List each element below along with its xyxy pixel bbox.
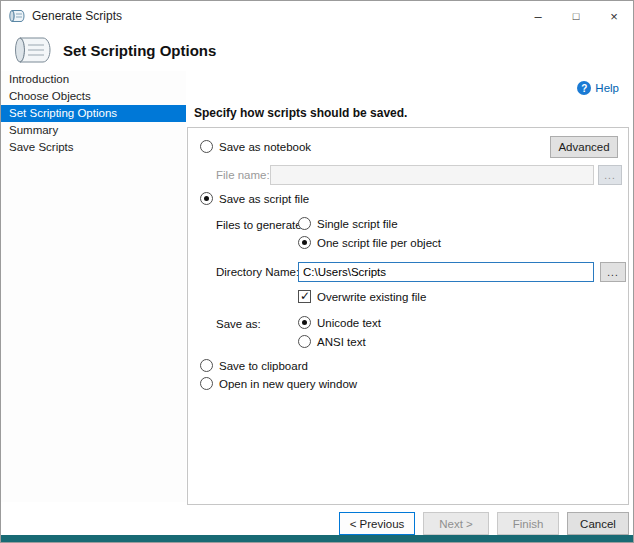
radio-save-as-notebook[interactable]: Save as notebook — [200, 140, 311, 153]
maximize-icon[interactable]: □ — [557, 1, 595, 31]
radio-icon — [298, 316, 311, 329]
sidebar-item-choose-objects[interactable]: Choose Objects — [1, 88, 186, 105]
minimize-icon[interactable]: – — [519, 1, 557, 31]
previous-button[interactable]: < Previous — [339, 512, 415, 535]
scroll-icon — [13, 34, 53, 66]
radio-save-as-script-file[interactable]: Save as script file — [200, 192, 309, 205]
file-name-browse-button[interactable]: ... — [598, 165, 622, 185]
advanced-button[interactable]: Advanced — [550, 136, 618, 158]
radio-save-to-clipboard[interactable]: Save to clipboard — [200, 359, 308, 372]
radio-icon — [200, 192, 213, 205]
instruction-text: Specify how scripts should be saved. — [194, 106, 407, 120]
radio-icon — [298, 335, 311, 348]
radio-icon — [200, 377, 213, 390]
checkbox-overwrite-existing-file[interactable]: Overwrite existing file — [298, 290, 426, 303]
radio-label: One script file per object — [317, 237, 441, 249]
page-title: Set Scripting Options — [63, 42, 216, 59]
wizard-header: Set Scripting Options — [1, 31, 633, 69]
radio-label: Single script file — [317, 218, 398, 230]
files-to-generate-label: Files to generate: — [216, 219, 305, 231]
sidebar-item-introduction[interactable]: Introduction — [1, 71, 186, 88]
directory-browse-button[interactable]: ... — [600, 262, 626, 282]
directory-name-label: Directory Name: — [216, 266, 299, 278]
cancel-button[interactable]: Cancel — [567, 512, 629, 535]
radio-label: Open in new query window — [219, 378, 357, 390]
sidebar-item-summary[interactable]: Summary — [1, 122, 186, 139]
radio-open-in-new-query-window[interactable]: Open in new query window — [200, 377, 357, 390]
bottom-status-strip — [1, 535, 633, 542]
radio-unicode-text[interactable]: Unicode text — [298, 316, 381, 329]
window-title: Generate Scripts — [32, 9, 122, 23]
help-link[interactable]: ? Help — [577, 81, 619, 95]
help-icon: ? — [577, 81, 591, 95]
save-as-label: Save as: — [216, 318, 261, 330]
radio-label: Unicode text — [317, 317, 381, 329]
radio-label: Save as notebook — [219, 141, 311, 153]
file-name-input[interactable] — [270, 165, 594, 185]
radio-single-script-file[interactable]: Single script file — [298, 217, 398, 230]
radio-icon — [298, 217, 311, 230]
next-button[interactable]: Next > — [423, 512, 489, 535]
radio-label: Save to clipboard — [219, 360, 308, 372]
file-name-label: File name: — [216, 169, 270, 181]
radio-label: Save as script file — [219, 193, 309, 205]
title-bar: Generate Scripts – □ × — [1, 1, 633, 31]
app-script-icon — [9, 9, 25, 23]
window-controls: – □ × — [519, 1, 633, 31]
radio-ansi-text[interactable]: ANSI text — [298, 335, 366, 348]
radio-icon — [200, 140, 213, 153]
radio-one-script-per-object[interactable]: One script file per object — [298, 236, 441, 249]
directory-name-input[interactable] — [298, 262, 594, 282]
help-label: Help — [595, 82, 619, 94]
scripting-options-panel: Save as notebook Advanced File name: ...… — [187, 127, 629, 505]
generate-scripts-window: Generate Scripts – □ × Set Scripting Opt… — [0, 0, 634, 543]
radio-icon — [298, 236, 311, 249]
wizard-steps-sidebar: Introduction Choose Objects Set Scriptin… — [1, 71, 186, 502]
sidebar-item-save-scripts[interactable]: Save Scripts — [1, 139, 186, 156]
sidebar-item-set-scripting-options[interactable]: Set Scripting Options — [1, 105, 186, 122]
radio-label: ANSI text — [317, 336, 366, 348]
checkbox-icon — [298, 290, 311, 303]
radio-icon — [200, 359, 213, 372]
checkbox-label: Overwrite existing file — [317, 291, 426, 303]
finish-button[interactable]: Finish — [497, 512, 559, 535]
close-icon[interactable]: × — [595, 1, 633, 31]
